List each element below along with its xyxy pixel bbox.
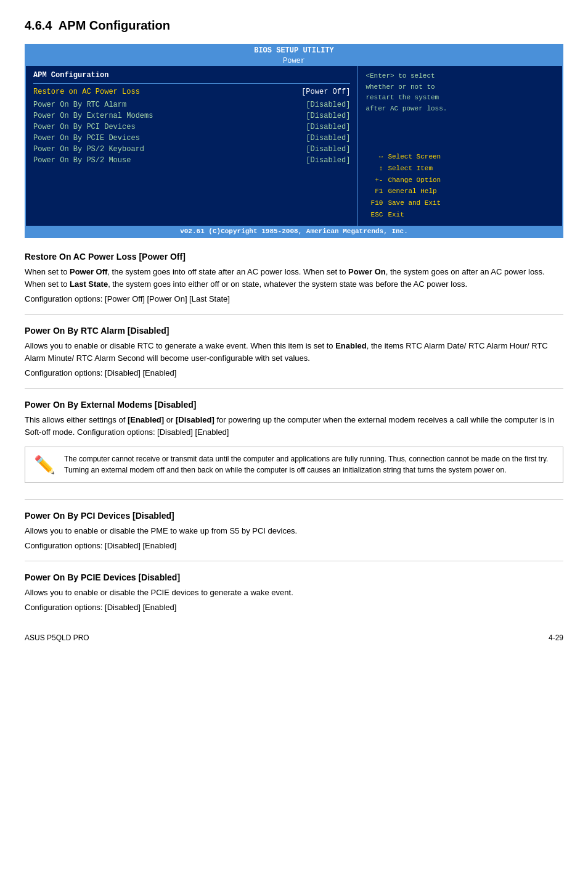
subsection-paragraph: Configuration options: [Disabled] [Enabl… <box>25 540 563 552</box>
bios-header-line1: BIOS SETUP UTILITY <box>26 45 562 56</box>
subsection-body: When set to Power Off, the system goes i… <box>25 266 563 305</box>
bios-item-label: Power On By External Modems <box>33 110 153 122</box>
bios-nav-desc: Select Screen <box>388 151 441 163</box>
subsection-paragraph: This allows either settings of [Enabled]… <box>25 414 563 439</box>
bios-item-value: [Disabled] <box>306 122 350 133</box>
subsection-paragraph: Configuration options: [Power Off] [Powe… <box>25 293 563 305</box>
bios-item-label: Power On By PCIE Devices <box>33 133 140 144</box>
bios-item-label: Power On By PS/2 Mouse <box>33 155 131 166</box>
subsection-paragraph: When set to Power Off, the system goes i… <box>25 266 563 291</box>
bios-nav-key: ↔ <box>365 151 383 163</box>
bios-item-row: Power On By PS/2 Mouse[Disabled] <box>33 155 350 166</box>
bios-item-label: Power On By PCI Devices <box>33 122 136 133</box>
bios-help-text: <Enter> to select whether or not to rest… <box>365 71 555 114</box>
content-section: Power On By PCI Devices [Disabled]Allows… <box>25 511 563 561</box>
bios-screenshot: BIOS SETUP UTILITY Power APM Configurati… <box>25 44 563 238</box>
subsections: Restore On AC Power Loss [Power Off]When… <box>25 252 563 623</box>
bios-item-label: Power On By RTC Alarm <box>33 99 126 110</box>
content-section: Power On By RTC Alarm [Disabled]Allows y… <box>25 326 563 389</box>
bios-nav-row: ↔Select Screen <box>365 151 555 163</box>
bios-item-value: [Disabled] <box>306 133 350 144</box>
bios-left-panel: APM Configuration Restore on AC Power Lo… <box>26 66 358 226</box>
bios-nav-desc: Select Item <box>388 163 433 175</box>
subsection-title: Power On By PCI Devices [Disabled] <box>25 511 563 521</box>
bios-nav-desc: Exit <box>388 209 404 221</box>
content-section: Power On By External Modems [Disabled]Th… <box>25 400 563 499</box>
subsection-body: Allows you to enable or disable RTC to g… <box>25 340 563 379</box>
subsection-paragraph: Allows you to enable or disable the PCIE… <box>25 587 563 599</box>
bios-item-value: [Disabled] <box>306 155 350 166</box>
bios-item-row: Power On By PS/2 Keyboard[Disabled] <box>33 144 350 155</box>
bios-nav: ↔Select Screen↕Select Item+-Change Optio… <box>365 151 555 220</box>
bios-item-value: [Disabled] <box>306 110 350 122</box>
bios-restore-label: Restore on AC Power Loss <box>33 88 140 96</box>
bios-item-label: Power On By PS/2 Keyboard <box>33 144 144 155</box>
bios-nav-row: F1General Help <box>365 186 555 197</box>
footer-left: ASUS P5QLD PRO <box>25 633 89 642</box>
note-box: ✏️ The computer cannot receive or transm… <box>25 447 563 483</box>
bios-restore-value: [Power Off] <box>301 88 350 96</box>
content-section: Power On By PCIE Devices [Disabled]Allow… <box>25 572 563 622</box>
section-title: 4.6.4 APM Configuration <box>25 19 563 33</box>
subsection-body: This allows either settings of [Enabled]… <box>25 414 563 439</box>
bios-restore-row: Restore on AC Power Loss [Power Off] <box>33 88 350 96</box>
content-section: Restore On AC Power Loss [Power Off]When… <box>25 252 563 315</box>
bios-nav-row: +-Change Option <box>365 175 555 186</box>
subsection-body: Allows you to enable or disable the PCIE… <box>25 587 563 614</box>
subsection-title: Power On By PCIE Devices [Disabled] <box>25 572 563 582</box>
bios-item-row: Power On By External Modems[Disabled] <box>33 110 350 122</box>
bios-nav-desc: Change Option <box>388 175 441 186</box>
subsection-paragraph: Allows you to enable or disable the PME … <box>25 525 563 537</box>
bios-item-value: [Disabled] <box>306 144 350 155</box>
subsection-title: Power On By RTC Alarm [Disabled] <box>25 326 563 336</box>
footer-right: 4-29 <box>549 633 563 642</box>
note-text: The computer cannot receive or transmit … <box>64 453 554 476</box>
bios-nav-key: F10 <box>365 197 383 209</box>
bios-nav-row: ESCExit <box>365 209 555 221</box>
subsection-paragraph: Configuration options: [Disabled] [Enabl… <box>25 367 563 379</box>
subsection-body: Allows you to enable or disable the PME … <box>25 525 563 552</box>
bios-nav-key: F1 <box>365 186 383 197</box>
bios-item-row: Power On By PCIE Devices[Disabled] <box>33 133 350 144</box>
subsection-title: Power On By External Modems [Disabled] <box>25 400 563 410</box>
note-icon: ✏️ <box>34 455 55 475</box>
bios-right-panel: <Enter> to select whether or not to rest… <box>358 66 562 226</box>
bios-nav-desc: Save and Exit <box>388 197 441 209</box>
page-footer: ASUS P5QLD PRO 4-29 <box>25 633 563 642</box>
bios-nav-desc: General Help <box>388 186 436 197</box>
subsection-title: Restore On AC Power Loss [Power Off] <box>25 252 563 262</box>
bios-nav-key: ESC <box>365 209 383 221</box>
subsection-paragraph: Configuration options: [Disabled] [Enabl… <box>25 601 563 614</box>
bios-nav-key: +- <box>365 175 383 186</box>
bios-nav-row: ↕Select Item <box>365 163 555 175</box>
bios-section-label: APM Configuration <box>33 71 350 80</box>
bios-header-line2: Power <box>26 56 562 66</box>
bios-item-row: Power On By PCI Devices[Disabled] <box>33 122 350 133</box>
bios-item-value: [Disabled] <box>306 99 350 110</box>
bios-items: Power On By RTC Alarm[Disabled]Power On … <box>33 99 350 166</box>
bios-nav-row: F10Save and Exit <box>365 197 555 209</box>
bios-item-row: Power On By RTC Alarm[Disabled] <box>33 99 350 110</box>
bios-footer: v02.61 (C)Copyright 1985-2008, American … <box>26 226 562 237</box>
subsection-paragraph: Allows you to enable or disable RTC to g… <box>25 340 563 365</box>
bios-nav-key: ↕ <box>365 163 383 175</box>
